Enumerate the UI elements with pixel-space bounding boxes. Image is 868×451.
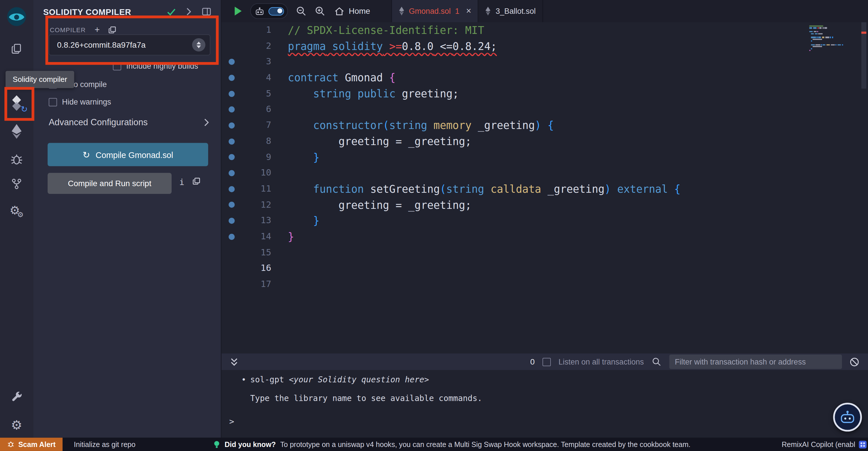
copilot-toggle[interactable]	[268, 7, 284, 15]
remixai-copilot-fab[interactable]	[833, 403, 862, 431]
gutter-dot[interactable]	[228, 186, 235, 192]
gutter-dot[interactable]	[228, 138, 235, 144]
scam-alert-badge[interactable]: Scam Alert	[0, 438, 63, 451]
solidity-compiler-tooltip: Solidity compiler	[5, 71, 74, 88]
gutter-dot[interactable]	[228, 91, 235, 97]
line-number: 8	[241, 133, 271, 149]
hide-warnings-label: Hide warnings	[62, 97, 111, 106]
line-number: 9	[241, 149, 271, 165]
remix-ide-window: ↻ ⚙ ⚙	[0, 0, 868, 451]
compiler-version-select[interactable]: 0.8.26+commit.8a97fa7a	[49, 34, 210, 55]
init-git-repo-button[interactable]: Initialize as git repo	[74, 440, 135, 448]
info-icon[interactable]: i	[179, 177, 184, 187]
compile-button-label: Compile Gmonad.sol	[96, 150, 173, 160]
code-line[interactable]: 15	[221, 245, 868, 260]
solidity-compiler-icon[interactable]: ↻	[0, 91, 33, 115]
code-line[interactable]: 12 greeting = _greeting;	[221, 197, 868, 213]
wrench-icon	[11, 391, 23, 403]
code-line[interactable]: 17	[221, 276, 868, 292]
remix-logo-icon	[5, 5, 28, 28]
run-script-play-button[interactable]	[234, 6, 243, 16]
code-line[interactable]: 13 }	[221, 213, 868, 229]
compiler-label: COMPILER	[50, 27, 86, 33]
code-line[interactable]: 8 greeting = _greeting;	[221, 133, 868, 149]
gutter-dot[interactable]	[228, 218, 235, 224]
code-line[interactable]: 6	[221, 102, 868, 117]
grid-corner-icon[interactable]	[859, 440, 867, 448]
close-tab-icon[interactable]: ×	[466, 6, 471, 16]
gutter-dot[interactable]	[228, 202, 235, 208]
line-number: 1	[241, 22, 271, 38]
compile-success-check-icon	[167, 8, 175, 15]
code-line[interactable]: 14}	[221, 229, 868, 245]
compiler-version-value: 0.8.26+commit.8a97fa7a	[57, 40, 192, 49]
line-number: 7	[241, 117, 271, 133]
code-line[interactable]: 3	[221, 54, 868, 70]
listen-all-transactions-checkbox[interactable]	[542, 358, 551, 366]
zoom-out-icon[interactable]	[296, 5, 307, 17]
settings-gears-icon[interactable]: ⚙ ⚙	[0, 198, 33, 223]
robot-icon	[254, 7, 265, 15]
tab-ballot[interactable]: 3_Ballot.sol	[478, 0, 543, 22]
search-icon[interactable]	[652, 357, 662, 367]
tab-label: Gmonad.sol	[409, 7, 451, 16]
gutter-dot[interactable]	[228, 59, 235, 65]
editor-scrollbar[interactable]	[859, 22, 868, 353]
debugger-icon[interactable]	[0, 147, 33, 172]
error-marker	[861, 32, 866, 34]
include-nightly-builds-checkbox[interactable]	[113, 62, 121, 70]
line-number: 13	[241, 213, 271, 229]
terminal-prompt[interactable]: >	[229, 417, 234, 427]
version-stepper-icon[interactable]	[192, 38, 205, 51]
tip-title: Did you know?	[224, 440, 276, 448]
code-line[interactable]: 1// SPDX-License-Identifier: MIT	[221, 22, 868, 38]
gutter-dot[interactable]	[228, 233, 235, 239]
compile-button[interactable]: ↻ Compile Gmonad.sol	[48, 143, 208, 166]
gutter-dot[interactable]	[228, 75, 235, 81]
tab-gmonad[interactable]: Gmonad.sol 1 ×	[391, 0, 478, 22]
line-number: 4	[241, 70, 271, 86]
compile-and-run-button[interactable]: Compile and Run script	[48, 173, 172, 194]
copilot-status-label[interactable]: RemixAI Copilot (enabl	[782, 440, 855, 448]
hide-warnings-checkbox[interactable]	[49, 98, 57, 106]
home-tab[interactable]: Home	[334, 6, 370, 16]
home-icon	[334, 6, 344, 16]
gutter-dot[interactable]	[228, 154, 235, 160]
chevron-right-icon[interactable]	[187, 8, 191, 16]
listen-all-transactions-label: Listen on all transactions	[559, 357, 644, 366]
code-line[interactable]: 2pragma solidity >=0.8.0 <=0.8.24;	[221, 38, 868, 54]
transaction-filter-input[interactable]	[670, 355, 842, 369]
collapse-terminal-icon[interactable]	[230, 358, 238, 366]
code-line[interactable]: 5 string public greeting;	[221, 86, 868, 102]
minimap[interactable]	[809, 26, 857, 57]
code-line[interactable]: 4contract Gmonad {	[221, 70, 868, 86]
remix-logo[interactable]	[0, 4, 33, 29]
code-line[interactable]: 10	[221, 165, 868, 181]
line-number: 11	[241, 181, 271, 197]
bug-icon	[10, 153, 23, 166]
plugin-connector-icon[interactable]	[0, 172, 33, 196]
preferences-icon[interactable]: ⚙	[0, 413, 33, 437]
plugin-manager-icon[interactable]	[0, 385, 33, 410]
code-line[interactable]: 11 function setGreeting(string calldata …	[221, 181, 868, 197]
pin-panel-icon[interactable]	[202, 8, 211, 16]
gutter-dot[interactable]	[228, 122, 235, 129]
code-line[interactable]: 16	[221, 260, 868, 276]
gutter-dot[interactable]	[228, 170, 235, 176]
reload-compiler-icon[interactable]	[108, 26, 116, 34]
line-number: 14	[241, 229, 271, 245]
advanced-configurations[interactable]: Advanced Configurations	[49, 117, 209, 128]
code-editor[interactable]: 1// SPDX-License-Identifier: MIT2pragma …	[221, 22, 868, 353]
branch-icon	[11, 178, 23, 190]
transaction-count: 0	[530, 357, 535, 366]
add-compiler-icon[interactable]: +	[95, 26, 100, 34]
deploy-and-run-icon[interactable]	[0, 119, 33, 144]
gutter-dot[interactable]	[228, 107, 235, 113]
code-line[interactable]: 7 constructor(string memory _greeting) {	[221, 117, 868, 133]
copy-icon[interactable]	[193, 177, 200, 185]
code-line[interactable]: 9 }	[221, 149, 868, 165]
zoom-in-icon[interactable]	[314, 5, 326, 17]
clear-console-icon[interactable]	[849, 357, 859, 367]
terminal-output[interactable]: •sol-gpt <your Solidity question here>Ty…	[221, 370, 868, 438]
file-explorer-icon[interactable]	[0, 36, 33, 61]
